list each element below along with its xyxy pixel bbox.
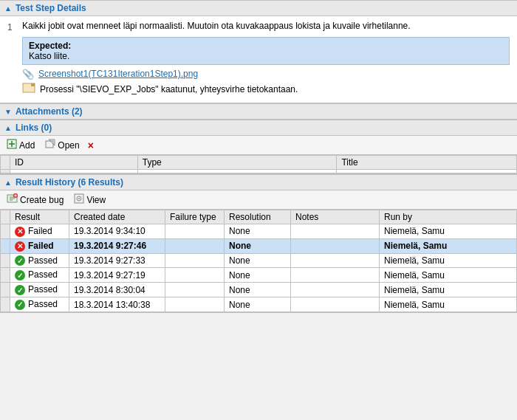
result-table-row[interactable]: ✓Passed 18.3.2014 13:40:38 None Niemelä,… [1, 297, 517, 312]
row-resolution: None [225, 268, 291, 283]
links-header[interactable]: ▲ Links (0) [0, 120, 517, 136]
expected-label: Expected: [29, 41, 71, 51]
add-icon [7, 139, 17, 151]
expected-box: Expected: Katso liite. [22, 37, 510, 65]
status-icon-passed: ✓ [15, 255, 25, 266]
row-failure-type [165, 253, 225, 268]
row-failure-type [165, 224, 225, 239]
attachments-header[interactable]: ▼ Attachments (2) [0, 103, 517, 120]
links-empty-type [137, 170, 337, 173]
result-col-divider [1, 210, 10, 224]
result-table-row[interactable]: ✓Passed 19.3.2014 8:30:04 None Niemelä, … [1, 283, 517, 297]
test-step-details-content: 1 Kaikki jobit ovat menneet läpi normaal… [0, 16, 517, 103]
row-run-by: Niemelä, Samu [380, 238, 517, 253]
links-section: ▲ Links (0) Add [0, 120, 517, 174]
links-toolbar: Add Open × [0, 136, 517, 155]
test-step-details-section: ▲ Test Step Details 1 Kaikki jobit ovat … [0, 0, 517, 103]
links-content: Add Open × ID Type [0, 136, 517, 174]
result-history-content: Create bug View Result Created date [0, 190, 517, 313]
links-add-label: Add [19, 140, 35, 151]
row-run-by: Niemelä, Samu [380, 268, 517, 283]
result-col-failure: Failure type [165, 210, 225, 224]
result-col-result: Result [10, 210, 69, 224]
row-divider [1, 297, 10, 312]
row-notes [291, 224, 380, 239]
row-failure-type [165, 268, 225, 283]
status-icon-failed: ✕ [15, 241, 25, 252]
result-history-label: Result History (6 Results) [16, 177, 123, 187]
result-col-created: Created date [69, 210, 165, 224]
test-step-details-label: Test Step Details [16, 3, 86, 13]
row-failure-type [165, 283, 225, 297]
row-created-date: 19.3.2014 9:34:10 [69, 224, 165, 239]
status-icon-passed: ✓ [15, 300, 25, 310]
row-run-by: Niemelä, Samu [380, 297, 517, 312]
open-icon [45, 139, 55, 151]
result-history-section: ▲ Result History (6 Results) Create bug [0, 174, 517, 313]
attachments-section: ▼ Attachments (2) [0, 103, 517, 120]
row-created-date: 18.3.2014 13:40:38 [69, 297, 165, 312]
result-table-row[interactable]: ✕Failed 19.3.2014 9:34:10 None Niemelä, … [1, 224, 517, 239]
row-notes [291, 283, 380, 297]
row-result: ✓Passed [10, 253, 69, 268]
attachment-2-name: Prosessi "\SIEVO_EXP_Jobs" kaatunut, yht… [40, 84, 298, 94]
row-divider [1, 268, 10, 283]
result-table-row[interactable]: ✓Passed 19.3.2014 9:27:33 None Niemelä, … [1, 253, 517, 268]
row-divider [1, 238, 10, 253]
test-step-details-header[interactable]: ▲ Test Step Details [0, 0, 517, 16]
result-history-header[interactable]: ▲ Result History (6 Results) [0, 174, 517, 190]
step-row-1: 1 Kaikki jobit ovat menneet läpi normaal… [7, 21, 510, 32]
row-run-by: Niemelä, Samu [380, 224, 517, 239]
status-icon-failed: ✕ [15, 227, 25, 237]
row-result: ✕Failed [10, 238, 69, 253]
row-divider [1, 283, 10, 297]
links-empty-title [337, 170, 517, 173]
row-divider [1, 253, 10, 268]
row-result: ✓Passed [10, 283, 69, 297]
result-table: Result Created date Failure type Resolut… [0, 210, 517, 312]
result-toolbar: Create bug View [0, 190, 517, 210]
row-failure-type [165, 297, 225, 312]
result-col-runby: Run by [380, 210, 517, 224]
row-created-date: 19.3.2014 9:27:46 [69, 238, 165, 253]
attachments-label: Attachments (2) [16, 106, 83, 117]
links-delete-button[interactable]: × [88, 140, 94, 151]
view-label: View [86, 195, 106, 205]
result-table-row[interactable]: ✓Passed 19.3.2014 9:27:19 None Niemelä, … [1, 268, 517, 283]
status-icon-passed: ✓ [15, 270, 25, 280]
links-empty-divider [1, 170, 10, 173]
row-created-date: 19.3.2014 8:30:04 [69, 283, 165, 297]
row-run-by: Niemelä, Samu [380, 253, 517, 268]
links-add-button[interactable]: Add [4, 138, 37, 152]
links-label: Links (0) [16, 123, 52, 133]
row-result: ✕Failed [10, 224, 69, 239]
view-icon [74, 193, 84, 206]
svg-point-16 [78, 198, 80, 199]
create-bug-button[interactable]: Create bug [4, 193, 66, 207]
row-notes [291, 253, 380, 268]
step-text: Kaikki jobit ovat menneet läpi normaalis… [22, 21, 510, 31]
row-resolution: None [225, 253, 291, 268]
image-thumb-icon [22, 83, 35, 95]
row-result: ✓Passed [10, 297, 69, 312]
paperclip-icon [22, 68, 34, 80]
row-notes [291, 268, 380, 283]
links-open-button[interactable]: Open [43, 138, 81, 152]
collapse-arrow-test-step: ▲ [4, 4, 12, 13]
step-number: 1 [7, 21, 22, 32]
links-table: ID Type Title [0, 155, 517, 173]
row-created-date: 19.3.2014 9:27:19 [69, 268, 165, 283]
collapse-arrow-result: ▲ [4, 179, 12, 187]
attachment-row-2: Prosessi "\SIEVO_EXP_Jobs" kaatunut, yht… [22, 83, 510, 95]
view-button[interactable]: View [72, 193, 108, 207]
expected-text: Katso liite. [29, 51, 69, 61]
row-resolution: None [225, 238, 291, 253]
row-resolution: None [225, 224, 291, 239]
row-notes [291, 297, 380, 312]
attachment-1-name[interactable]: Screenshot1(TC131Iteration1Step1).png [38, 69, 198, 79]
result-table-row[interactable]: ✕Failed 19.3.2014 9:27:46 None Niemelä, … [1, 238, 517, 253]
row-result: ✓Passed [10, 268, 69, 283]
row-notes [291, 238, 380, 253]
links-col-type: Type [137, 156, 337, 170]
collapse-arrow-attachments: ▼ [4, 108, 12, 116]
